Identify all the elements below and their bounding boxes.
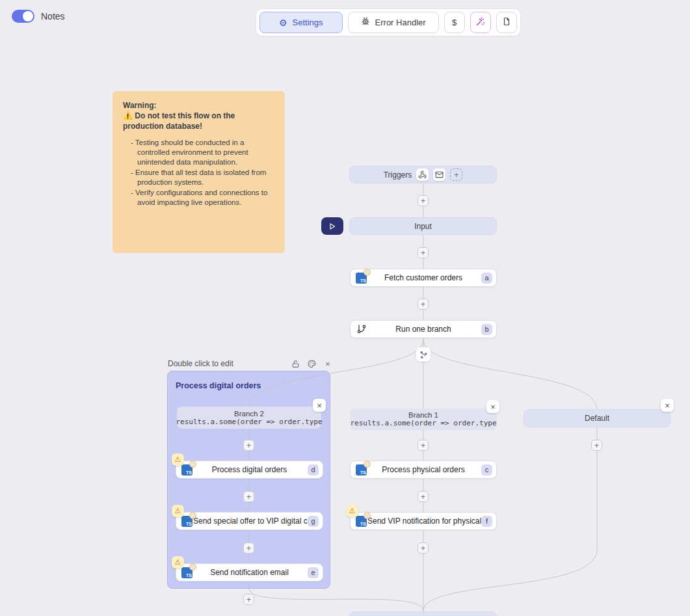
step-id-badge: a bbox=[481, 273, 492, 284]
add-step-button[interactable]: + bbox=[418, 491, 429, 502]
branch1-label: Branch 1 bbox=[408, 411, 438, 419]
note-bullet: Testing should be conducted in a control… bbox=[137, 138, 274, 167]
step-run-one-branch[interactable]: Run one branch b bbox=[350, 320, 497, 338]
group-edit-hint: Double click to edit bbox=[168, 359, 233, 368]
step-send-vip-offer[interactable]: ⚠ TS Send special offer to VIP digital c… bbox=[176, 512, 323, 530]
step-id-badge: g bbox=[308, 516, 319, 527]
warning-badge-icon: ⚠ bbox=[172, 556, 184, 569]
note-bullet-list: Testing should be conducted in a control… bbox=[123, 138, 274, 208]
step-id-badge: f bbox=[481, 516, 492, 527]
step-process-digital-orders[interactable]: ⚠ TS Process digital orders d bbox=[176, 461, 323, 479]
dollar-icon: $ bbox=[452, 18, 457, 27]
add-step-button[interactable]: + bbox=[418, 299, 429, 310]
settings-label: Settings bbox=[293, 18, 323, 27]
input-node[interactable]: Input bbox=[349, 217, 497, 235]
step-fetch-customer-orders[interactable]: TS Fetch customer orders a bbox=[350, 269, 497, 287]
document-icon bbox=[502, 17, 511, 28]
run-flow-button[interactable] bbox=[321, 217, 343, 235]
step-id-badge: d bbox=[308, 464, 319, 475]
remove-branch2-button[interactable]: × bbox=[313, 399, 326, 412]
warning-badge-icon: ⚠ bbox=[172, 505, 184, 517]
gear-icon: ⚙ bbox=[279, 18, 287, 27]
typescript-icon: TS bbox=[181, 464, 192, 475]
branch1-predicate: results.a.some(order => order.type bbox=[350, 419, 496, 427]
note-bullet: Verify configurations and connections to… bbox=[137, 188, 274, 208]
typescript-icon: TS bbox=[356, 273, 367, 284]
bun-icon bbox=[189, 563, 196, 570]
merge-node[interactable] bbox=[349, 611, 497, 616]
remove-default-branch-button[interactable]: × bbox=[661, 399, 674, 412]
note-alert: ⚠️ Do not test this flow on the producti… bbox=[123, 111, 272, 131]
warning-badge-icon: ⚠ bbox=[346, 505, 358, 517]
step-label: Send special offer to VIP digital c... bbox=[176, 516, 323, 526]
step-label: Process digital orders bbox=[176, 465, 323, 474]
remove-branch1-button[interactable]: × bbox=[486, 400, 499, 413]
magic-wand-icon bbox=[475, 17, 485, 29]
group-process-digital-orders[interactable] bbox=[167, 371, 330, 589]
bun-icon bbox=[189, 512, 196, 519]
notes-toggle[interactable] bbox=[12, 10, 34, 23]
input-label: Input bbox=[414, 222, 432, 231]
add-step-button[interactable]: + bbox=[243, 440, 254, 451]
email-trigger-button[interactable] bbox=[433, 168, 445, 181]
branch2-node[interactable]: Branch 2 results.a.some(order => order.t… bbox=[177, 407, 321, 429]
group-lock-button[interactable] bbox=[290, 358, 300, 369]
default-branch-label: Default bbox=[585, 414, 609, 423]
branch-icon bbox=[356, 324, 367, 336]
warning-badge-icon: ⚠ bbox=[172, 453, 184, 466]
step-send-notification-email[interactable]: ⚠ TS Send notification email e bbox=[176, 563, 323, 582]
step-id-badge: e bbox=[308, 567, 319, 578]
group-color-button[interactable] bbox=[306, 358, 317, 369]
bug-icon bbox=[361, 17, 370, 28]
typescript-icon: TS bbox=[181, 516, 192, 527]
triggers-node[interactable]: Triggers + bbox=[349, 166, 497, 183]
branch-split-icon bbox=[416, 347, 431, 362]
typescript-icon: TS bbox=[356, 516, 367, 527]
notes-label: Notes bbox=[41, 11, 65, 21]
bun-icon bbox=[189, 461, 196, 468]
step-process-physical-orders[interactable]: TS Process physical orders c bbox=[350, 461, 497, 479]
triggers-label: Triggers bbox=[384, 170, 412, 180]
branch1-node[interactable]: Branch 1 results.a.some(order => order.t… bbox=[350, 408, 497, 430]
add-trigger-button[interactable]: + bbox=[450, 168, 462, 181]
add-step-button[interactable]: + bbox=[591, 440, 602, 451]
bun-icon bbox=[364, 269, 371, 276]
group-title: Process digital orders bbox=[176, 381, 261, 390]
add-step-button[interactable]: + bbox=[418, 195, 429, 206]
step-label: Run one branch bbox=[351, 325, 496, 334]
flow-connectors bbox=[0, 0, 690, 616]
step-label: Fetch customer orders bbox=[351, 273, 496, 282]
flow-toolbar: ⚙ Settings Error Handler $ bbox=[256, 8, 521, 36]
play-icon bbox=[328, 222, 337, 231]
step-label: Send notification email bbox=[176, 568, 323, 577]
typescript-icon: TS bbox=[356, 464, 367, 475]
add-step-button[interactable]: + bbox=[243, 594, 254, 605]
note-title: Warning: bbox=[123, 101, 274, 110]
bun-icon bbox=[364, 461, 371, 468]
add-step-button[interactable]: + bbox=[243, 542, 254, 554]
warning-note: Warning: ⚠️ Do not test this flow on the… bbox=[113, 91, 285, 253]
settings-button[interactable]: ⚙ Settings bbox=[259, 12, 343, 33]
add-step-button[interactable]: + bbox=[418, 440, 429, 451]
step-label: Send VIP notification for physical... bbox=[351, 516, 496, 526]
error-handler-button[interactable]: Error Handler bbox=[348, 12, 439, 33]
note-bullet: Ensure that all test data is isolated fr… bbox=[137, 168, 274, 187]
branch2-predicate: results.a.some(order => order.type bbox=[176, 418, 322, 426]
error-handler-label: Error Handler bbox=[375, 18, 426, 27]
toggle-knob bbox=[23, 11, 33, 21]
group-close-button[interactable]: × bbox=[323, 358, 333, 369]
webhook-trigger-button[interactable] bbox=[416, 168, 429, 181]
bun-icon bbox=[364, 512, 371, 519]
step-send-vip-notification-physical[interactable]: ⚠ TS Send VIP notification for physical.… bbox=[350, 512, 497, 530]
add-step-button[interactable]: + bbox=[418, 542, 429, 554]
add-step-button[interactable]: + bbox=[243, 491, 254, 502]
document-button[interactable] bbox=[496, 12, 517, 33]
default-branch-node[interactable]: Default bbox=[524, 409, 670, 427]
step-id-badge: b bbox=[481, 324, 492, 335]
branch2-label: Branch 2 bbox=[234, 410, 264, 418]
step-label: Process physical orders bbox=[351, 465, 496, 474]
ai-wand-button[interactable] bbox=[470, 12, 491, 33]
dollar-button[interactable]: $ bbox=[444, 12, 465, 33]
add-step-button[interactable]: + bbox=[418, 247, 429, 258]
typescript-icon: TS bbox=[181, 567, 192, 578]
